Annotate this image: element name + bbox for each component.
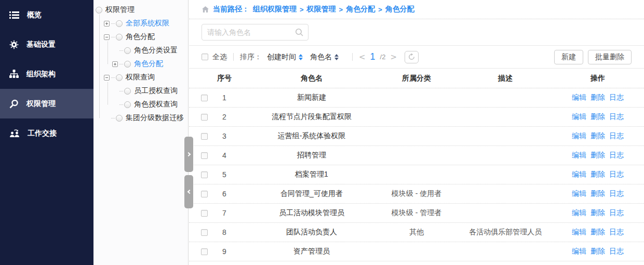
- log-link[interactable]: 日志: [609, 93, 624, 102]
- delete-link[interactable]: 删除: [591, 93, 605, 102]
- delete-link[interactable]: 删除: [591, 151, 605, 160]
- tree-connector-stub: [111, 77, 115, 78]
- breadcrumb-link-2[interactable]: 权限管理: [307, 5, 336, 14]
- delete-link[interactable]: 删除: [591, 112, 605, 122]
- delete-link[interactable]: 删除: [591, 247, 605, 256]
- edit-link[interactable]: 编辑: [572, 228, 586, 237]
- sort-arrows-icon: [299, 54, 303, 60]
- log-link[interactable]: 日志: [609, 208, 624, 218]
- cell-no: 1: [213, 94, 236, 102]
- current-page[interactable]: 1: [370, 51, 375, 62]
- row-checkbox[interactable]: [201, 210, 208, 217]
- refresh-button[interactable]: [405, 51, 419, 63]
- edit-link[interactable]: 编辑: [572, 247, 586, 256]
- row-checkbox[interactable]: [201, 229, 208, 236]
- row-checkbox[interactable]: [201, 171, 208, 178]
- sidebar-item-3[interactable]: 组织架构: [0, 59, 93, 89]
- log-link[interactable]: 日志: [609, 189, 624, 198]
- tree-node-9[interactable]: 集团分级数据迁移: [93, 111, 188, 125]
- tree-folder-icon: [96, 7, 102, 14]
- row-checkbox[interactable]: [201, 152, 208, 159]
- row-operations: 编辑删除日志: [565, 131, 644, 141]
- table-row: 4招聘管理编辑删除日志: [189, 146, 644, 165]
- tree-node-label[interactable]: 角色分配: [134, 59, 163, 69]
- log-link[interactable]: 日志: [609, 112, 624, 122]
- header-role-name: 角色名: [236, 74, 387, 83]
- edit-link[interactable]: 编辑: [572, 112, 586, 122]
- search-input[interactable]: [202, 24, 308, 41]
- tree-node-label[interactable]: 角色分类设置: [134, 46, 178, 55]
- tree-node-label[interactable]: 集团分级数据迁移: [126, 113, 184, 123]
- sidebar-item-2[interactable]: 基础设置: [0, 30, 93, 59]
- edit-link[interactable]: 编辑: [572, 131, 586, 141]
- breadcrumb-separator: >: [336, 6, 346, 14]
- sidebar-item-4[interactable]: 权限管理: [0, 89, 93, 118]
- tree-node-1[interactable]: 权限管理: [93, 3, 188, 17]
- edit-link[interactable]: 编辑: [572, 170, 586, 179]
- select-all-checkbox[interactable]: [202, 54, 208, 60]
- header-operations: 操作: [565, 74, 644, 83]
- table-header: 序号 角色名 所属分类 描述 操作: [189, 69, 644, 88]
- breadcrumb-link-4[interactable]: 角色分配: [385, 5, 414, 14]
- row-checkbox[interactable]: [201, 133, 208, 140]
- tree-node-2[interactable]: 全部系统权限: [93, 17, 188, 30]
- chevron-right-icon: [186, 152, 190, 156]
- row-checkbox[interactable]: [201, 95, 208, 101]
- expand-tree-handle[interactable]: [184, 175, 193, 208]
- prev-page-button[interactable]: <: [359, 52, 366, 62]
- collapse-tree-handle[interactable]: [184, 137, 193, 172]
- tree-node-label[interactable]: 权限查询: [126, 73, 155, 82]
- header-description: 描述: [446, 74, 565, 83]
- row-checkbox[interactable]: [201, 248, 208, 255]
- collapse-node-icon[interactable]: [104, 34, 110, 40]
- tree-node-5[interactable]: 角色分配: [93, 57, 188, 71]
- log-link[interactable]: 日志: [609, 131, 624, 141]
- create-button[interactable]: 新建: [554, 50, 583, 64]
- edit-link[interactable]: 编辑: [572, 151, 586, 160]
- expand-node-icon[interactable]: [112, 61, 118, 67]
- row-checkbox[interactable]: [201, 191, 208, 197]
- next-page-button[interactable]: >: [390, 52, 397, 62]
- search-icon[interactable]: [294, 28, 304, 37]
- log-link[interactable]: 日志: [609, 247, 624, 256]
- breadcrumb-separator: >: [375, 6, 385, 14]
- delete-link[interactable]: 删除: [591, 208, 605, 218]
- delete-link[interactable]: 删除: [591, 131, 605, 141]
- sidebar-item-1[interactable]: 概览: [0, 0, 93, 30]
- edit-link[interactable]: 编辑: [572, 208, 586, 218]
- tree-node-4[interactable]: 角色分类设置: [93, 44, 188, 57]
- delete-link[interactable]: 删除: [591, 170, 605, 179]
- log-link[interactable]: 日志: [609, 228, 624, 237]
- sort-by-role-name[interactable]: 角色名: [310, 52, 339, 62]
- log-link[interactable]: 日志: [609, 170, 624, 179]
- collapse-node-icon[interactable]: [104, 75, 110, 81]
- tree-node-8[interactable]: 角色授权查询: [93, 98, 188, 111]
- tree-node-label[interactable]: 角色分配: [126, 32, 155, 42]
- batch-delete-button[interactable]: 批量删除: [588, 50, 632, 64]
- edit-link[interactable]: 编辑: [572, 189, 586, 198]
- tree-node-3[interactable]: 角色分配: [93, 30, 188, 44]
- breadcrumb-link-3[interactable]: 角色分配: [346, 5, 375, 14]
- breadcrumb-link-1[interactable]: 组织权限管理: [253, 5, 297, 14]
- delete-link[interactable]: 删除: [591, 189, 605, 198]
- row-checkbox[interactable]: [201, 114, 208, 121]
- table-row: 6合同管理_可使用者模块级 - 使用者编辑删除日志: [189, 184, 644, 204]
- edit-link[interactable]: 编辑: [572, 93, 586, 102]
- expand-node-icon[interactable]: [104, 21, 110, 27]
- tree-connector-stub: [111, 118, 115, 118]
- delete-link[interactable]: 删除: [591, 228, 605, 237]
- sidebar-item-5[interactable]: 工作交接: [0, 118, 93, 148]
- tree-node-label[interactable]: 权限管理: [105, 5, 135, 15]
- sort-by-create-time[interactable]: 创建时间: [267, 52, 303, 62]
- tree-folder-icon: [124, 88, 131, 95]
- table-row: 1新闻新建编辑删除日志: [189, 88, 644, 108]
- tree-folder-icon: [124, 61, 131, 68]
- sorter-label: 创建时间: [267, 52, 296, 62]
- sidebar-item-label: 工作交接: [28, 129, 57, 138]
- tree-node-label[interactable]: 员工授权查询: [134, 86, 178, 96]
- tree-node-label[interactable]: 角色授权查询: [134, 100, 178, 109]
- tree-node-6[interactable]: 权限查询: [93, 71, 188, 84]
- log-link[interactable]: 日志: [609, 151, 624, 160]
- tree-node-label[interactable]: 全部系统权限: [126, 19, 169, 28]
- tree-node-7[interactable]: 员工授权查询: [93, 84, 188, 98]
